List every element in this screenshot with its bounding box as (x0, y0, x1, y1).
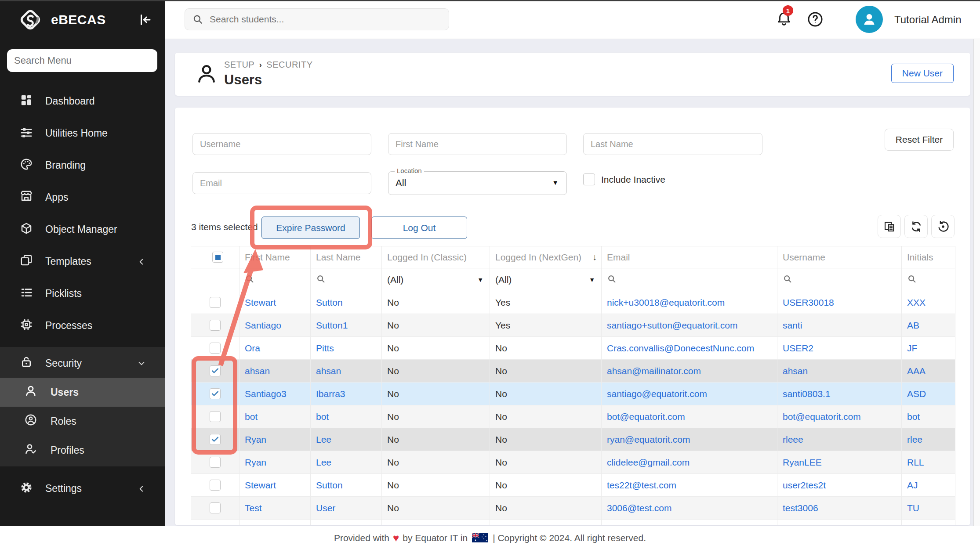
table-row[interactable]: StewartSuttonNoYesnick+u30018@equatorit.… (191, 291, 955, 314)
cell-last-name[interactable]: Sutton (311, 474, 382, 497)
row-checkbox[interactable] (210, 411, 221, 422)
breadcrumb-setup[interactable]: SETUP (224, 60, 254, 69)
sidebar-item-roles[interactable]: Roles (0, 407, 165, 436)
filter-cell-email[interactable] (602, 268, 777, 291)
filter-last-name-input[interactable] (583, 133, 762, 155)
cell-username[interactable]: user2tes2t (777, 474, 902, 497)
header-logged-in-nextgen[interactable]: Logged In (NextGen) ↓ (490, 246, 602, 268)
cell-first-name[interactable]: Ryan (240, 428, 311, 451)
new-user-button[interactable]: New User (891, 64, 954, 83)
cell-first-name[interactable]: Stewart (240, 520, 311, 525)
cell-initials[interactable]: RLL (902, 451, 955, 474)
cell-initials[interactable]: AJSS (902, 520, 955, 525)
cell-last-name[interactable]: User (311, 497, 382, 520)
help-button[interactable] (806, 11, 824, 30)
table-row[interactable]: ahsanahsanNoNoahsan@mailinator.comahsanA… (191, 360, 955, 383)
cell-last-name[interactable]: Pitts (311, 337, 382, 360)
row-checkbox[interactable] (210, 343, 221, 354)
header-initials[interactable]: Initials (902, 246, 955, 268)
header-last-name[interactable]: Last Name (311, 246, 382, 268)
cell-last-name[interactable]: Ibarra3 (311, 383, 382, 405)
user-avatar[interactable] (856, 6, 883, 33)
cell-username[interactable]: 0307_1@test.com (777, 520, 902, 525)
column-chooser-button[interactable] (878, 215, 901, 238)
reset-filter-button[interactable]: Reset Filter (885, 129, 954, 151)
cell-username[interactable]: USER2 (777, 337, 902, 360)
sidebar-item-security[interactable]: Security (0, 349, 165, 378)
table-row[interactable]: StewartSuttonNoNotes22t@test.comuser2tes… (191, 474, 955, 497)
cell-last-name[interactable]: Sutton (311, 520, 382, 525)
cell-first-name[interactable]: ahsan (240, 360, 311, 383)
cell-username[interactable]: test3006 (777, 497, 902, 520)
include-inactive-checkbox[interactable] (583, 173, 595, 185)
sidebar-item-templates[interactable]: Templates (0, 246, 165, 278)
cell-last-name[interactable]: Sutton1 (311, 314, 382, 337)
row-checkbox[interactable] (210, 502, 221, 513)
table-row[interactable]: RyanLeeNoNoryan@equatorit.comrleeerlee (191, 428, 955, 451)
select-all-checkbox[interactable] (212, 252, 223, 263)
cell-email[interactable]: ahsan@mailinator.com (602, 360, 777, 383)
vertical-scrollbar[interactable] (973, 39, 980, 526)
header-first-name[interactable]: First Name (240, 246, 311, 268)
table-row[interactable]: StewartSuttonNoNo0307_1@test.com0307_1@t… (191, 520, 955, 525)
table-row[interactable]: OraPittsNoNoCras.convallis@DonecestNunc.… (191, 337, 955, 360)
cell-first-name[interactable]: Stewart (240, 291, 311, 314)
cell-initials[interactable]: rlee (902, 428, 955, 451)
cell-initials[interactable]: ASD (902, 383, 955, 405)
sidebar-item-branding[interactable]: Branding (0, 149, 165, 181)
row-checkbox-checked[interactable] (210, 388, 221, 399)
cell-last-name[interactable]: Sutton (311, 291, 382, 314)
table-row[interactable]: TestUserNoNo3006@test.comtest3006TU (191, 497, 955, 520)
student-search-box[interactable] (185, 8, 449, 30)
cell-last-name[interactable]: ahsan (311, 360, 382, 383)
sidebar-item-settings[interactable]: Settings (0, 473, 165, 505)
cell-initials[interactable]: AAA (902, 360, 955, 383)
cell-email[interactable]: Cras.convallis@DonecestNunc.com (602, 337, 777, 360)
sidebar-item-profiles[interactable]: Profiles (0, 436, 165, 465)
row-checkbox[interactable] (210, 480, 221, 491)
table-row[interactable]: RyanLeeNoNoclidelee@gmail.comRyanLEERLL (191, 451, 955, 474)
row-checkbox[interactable] (210, 457, 221, 468)
table-row[interactable]: Santiago3Ibarra3NoNosantiago@equatorit.c… (191, 383, 955, 405)
sort-descending-icon[interactable]: ↓ (592, 246, 597, 268)
row-checkbox-checked[interactable] (210, 365, 221, 376)
sidebar-item-processes[interactable]: Processes (0, 310, 165, 342)
cell-first-name[interactable]: Test (240, 497, 311, 520)
cell-last-name[interactable]: Lee (311, 428, 382, 451)
cell-email[interactable]: ryan@equatorit.com (602, 428, 777, 451)
filter-cell-first-name[interactable] (240, 268, 311, 291)
sidebar-search-input[interactable] (7, 49, 157, 72)
row-checkbox[interactable] (210, 297, 221, 308)
filter-cell-classic[interactable]: (All)▼ (382, 268, 490, 291)
cell-username[interactable]: rleee (777, 428, 902, 451)
table-row[interactable]: botbotNoNobot@equatorit.combot@equatorit… (191, 405, 955, 428)
breadcrumb-security[interactable]: SECURITY (266, 60, 312, 69)
cell-email[interactable]: nick+u30018@equatorit.com (602, 291, 777, 314)
cell-email[interactable]: 3006@test.com (602, 497, 777, 520)
sidebar-item-picklists[interactable]: Picklists (0, 278, 165, 310)
header-logged-in-classic[interactable]: Logged In (Classic) (382, 246, 490, 268)
table-row[interactable]: SantiagoSutton1NoYessantiago+sutton@equa… (191, 314, 955, 337)
sidebar-item-utilities-home[interactable]: Utilities Home (0, 117, 165, 149)
include-inactive-toggle[interactable]: Include Inactive (583, 173, 665, 185)
filter-cell-nextgen[interactable]: (All)▼ (490, 268, 602, 291)
cell-username[interactable]: bot@equatorit.com (777, 405, 902, 428)
filter-email-input[interactable] (192, 172, 371, 194)
notifications-button[interactable]: 1 (776, 10, 792, 28)
cell-username[interactable]: RyanLEE (777, 451, 902, 474)
header-email[interactable]: Email (602, 246, 777, 268)
cell-initials[interactable]: bot (902, 405, 955, 428)
sidebar-item-dashboard[interactable]: Dashboard (0, 85, 165, 117)
cell-initials[interactable]: AJ (902, 474, 955, 497)
user-name[interactable]: Tutorial Admin (894, 14, 962, 26)
cell-email[interactable]: santiago+sutton@equatorit.com (602, 314, 777, 337)
sidebar-item-users[interactable]: Users (0, 378, 165, 407)
cell-initials[interactable]: XXX (902, 291, 955, 314)
cell-initials[interactable]: AB (902, 314, 955, 337)
cell-last-name[interactable]: Lee (311, 451, 382, 474)
cell-username[interactable]: santi (777, 314, 902, 337)
log-out-button[interactable]: Log Out (371, 217, 467, 239)
cell-first-name[interactable]: bot (240, 405, 311, 428)
cell-email[interactable]: tes22t@test.com (602, 474, 777, 497)
row-checkbox-checked[interactable] (210, 434, 221, 445)
